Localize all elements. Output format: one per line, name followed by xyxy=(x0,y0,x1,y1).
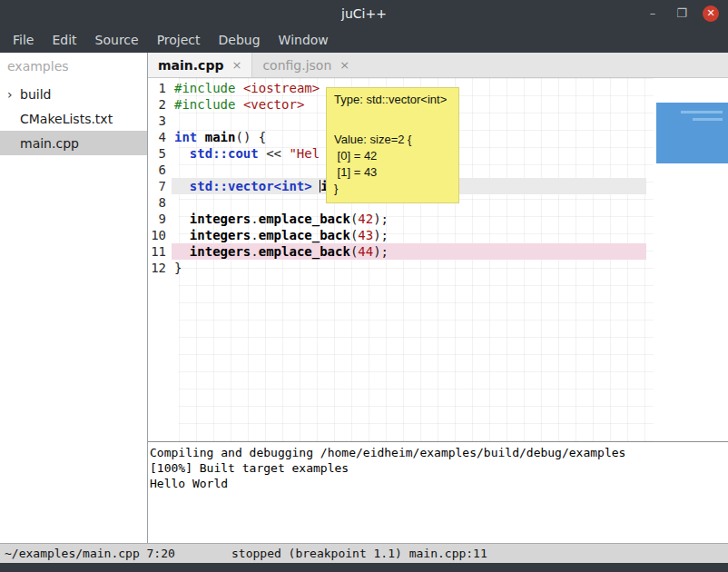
line-number: 7 xyxy=(148,178,172,194)
tooltip-value-block: Value: size=2 { [0] = 42 [1] = 43} xyxy=(334,132,451,197)
line-number: 8 xyxy=(148,194,172,211)
window-controls: – ❐ ✕ xyxy=(644,0,719,27)
overview-line-icon xyxy=(693,118,723,121)
tooltip-value-line: Value: size=2 { xyxy=(334,132,451,148)
file-tree: ›buildCMakeLists.txtmain.cpp xyxy=(0,82,147,155)
overview-line-icon xyxy=(681,111,723,113)
main-area: examples ›buildCMakeLists.txtmain.cpp ma… xyxy=(0,53,728,543)
sidebar-item-cmakelists-txt[interactable]: CMakeLists.txt xyxy=(0,106,147,131)
menu-item-window[interactable]: Window xyxy=(270,30,338,50)
tab-label: main.cpp xyxy=(158,58,223,73)
menu-item-edit[interactable]: Edit xyxy=(43,30,85,50)
code-line-content: integers.emplace_back(43); xyxy=(172,227,646,243)
output-line: Hello World xyxy=(150,476,726,491)
tab-close-icon[interactable]: × xyxy=(339,58,349,72)
line-number: 6 xyxy=(148,162,172,178)
tab-close-icon[interactable]: × xyxy=(231,58,241,72)
sidebar-item-build[interactable]: ›build xyxy=(0,82,147,106)
code-line-content: integers.emplace_back(44); xyxy=(172,243,646,260)
menu-bar: FileEditSourceProjectDebugWindow xyxy=(0,27,728,53)
line-number: 1 xyxy=(148,80,172,96)
code-line-9[interactable]: 9 integers.emplace_back(42); xyxy=(148,211,728,227)
code-line-content: integers.emplace_back(42); xyxy=(172,211,646,227)
line-number: 12 xyxy=(148,260,172,276)
sidebar-item-label: CMakeLists.txt xyxy=(20,112,113,126)
status-file-position: ~/examples/main.cpp 7:20 xyxy=(0,547,175,560)
tab-label: config.json xyxy=(262,58,331,73)
editor-column: main.cpp×config.json× 1#include <iostrea… xyxy=(148,53,728,543)
tooltip-value-line: [1] = 43 xyxy=(334,164,451,181)
code-line-10[interactable]: 10 integers.emplace_back(43); xyxy=(148,227,728,243)
code-line-11[interactable]: 11 integers.emplace_back(44); xyxy=(148,243,728,260)
line-number: 5 xyxy=(148,145,172,162)
output-line: [100%] Built target examples xyxy=(150,460,726,476)
window-bottom-edge xyxy=(0,563,728,572)
tooltip-value-line: [0] = 42 xyxy=(334,148,451,164)
output-line: Compiling and debugging /home/eidheim/ex… xyxy=(150,445,726,460)
maximize-button[interactable]: ❐ xyxy=(674,5,690,22)
tooltip-type-line: Type: std::vector<int> xyxy=(334,93,451,106)
line-number: 11 xyxy=(148,243,172,260)
output-pane[interactable]: Compiling and debugging /home/eidheim/ex… xyxy=(148,441,728,543)
code-editor[interactable]: 1#include <iostream>2#include <vector>34… xyxy=(148,78,728,441)
tab-bar: main.cpp×config.json× xyxy=(148,53,728,78)
menu-item-debug[interactable]: Debug xyxy=(210,30,270,50)
title-bar[interactable]: juCi++ – ❐ ✕ xyxy=(0,0,728,27)
line-number: 3 xyxy=(148,113,172,129)
window-title: juCi++ xyxy=(0,6,728,21)
sidebar-item-label: main.cpp xyxy=(20,136,79,151)
chevron-right-icon[interactable]: › xyxy=(7,87,13,102)
code-line-12[interactable]: 12} xyxy=(148,260,728,276)
line-number: 9 xyxy=(148,211,172,227)
line-number: 4 xyxy=(148,129,172,145)
file-tree-sidebar[interactable]: examples ›buildCMakeLists.txtmain.cpp xyxy=(0,53,148,543)
status-debug-state: stopped (breakpoint 1.1) main.cpp:11 xyxy=(231,547,487,560)
sidebar-item-main-cpp[interactable]: main.cpp xyxy=(0,131,147,155)
sidebar-item-label: build xyxy=(20,87,51,102)
code-line-content: } xyxy=(172,260,646,276)
sidebar-header: examples xyxy=(0,53,147,82)
menu-item-file[interactable]: File xyxy=(4,30,43,50)
app-window: juCi++ – ❐ ✕ FileEditSourceProjectDebugW… xyxy=(0,0,728,572)
line-number: 2 xyxy=(148,96,172,113)
menu-item-source[interactable]: Source xyxy=(86,30,148,50)
debug-value-tooltip: Type: std::vector<int> Value: size=2 { [… xyxy=(326,87,459,203)
close-button[interactable]: ✕ xyxy=(703,5,719,22)
editor-overview-box xyxy=(656,103,728,163)
menu-item-project[interactable]: Project xyxy=(148,30,210,50)
status-bar: ~/examples/main.cpp 7:20 stopped (breakp… xyxy=(0,543,728,563)
tab-config-json[interactable]: config.json× xyxy=(252,53,359,77)
tooltip-value-line: } xyxy=(334,181,451,197)
tab-main-cpp[interactable]: main.cpp× xyxy=(148,53,252,77)
minimize-button[interactable]: – xyxy=(644,5,661,22)
line-number: 10 xyxy=(148,227,172,243)
